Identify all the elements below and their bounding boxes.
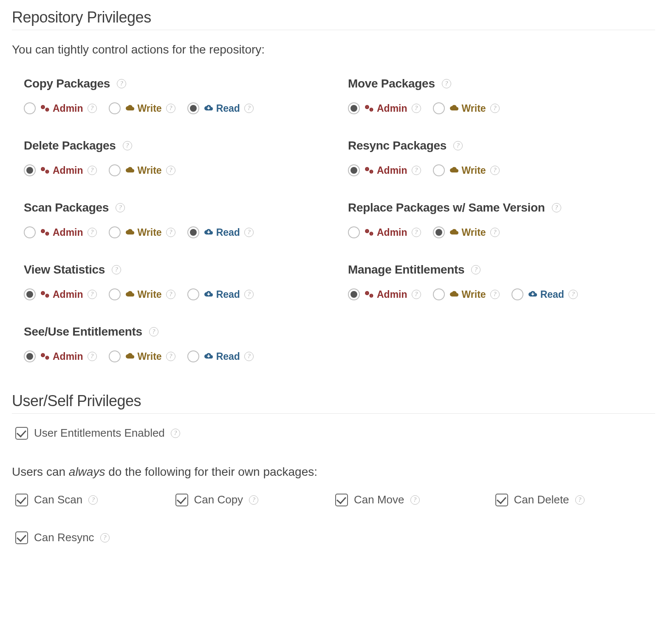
priv-option-write: Write? [433, 102, 500, 114]
can_move-checkbox[interactable] [335, 494, 348, 506]
help-icon[interactable]: ? [88, 495, 98, 505]
priv-block-replace: Replace Packages w/ Same Version?Admin?W… [348, 201, 655, 238]
help-icon[interactable]: ? [490, 104, 500, 113]
help-icon[interactable]: ? [123, 141, 132, 150]
radio-copy-admin[interactable] [24, 102, 36, 114]
opt-label-text: Admin [53, 165, 83, 176]
radio-delete-admin[interactable] [24, 164, 36, 176]
radio-manageent-admin[interactable] [348, 288, 360, 300]
help-icon[interactable]: ? [88, 228, 97, 237]
priv-option-write: Write? [109, 350, 175, 362]
can_scan-checkbox[interactable] [15, 494, 28, 506]
radio-viewstats-admin[interactable] [24, 288, 36, 300]
opt-label-text: Write [138, 227, 162, 238]
radio-replace-write[interactable] [433, 226, 445, 238]
help-icon[interactable]: ? [412, 166, 421, 175]
opt-label-text: Write [462, 289, 486, 300]
admin-icon [364, 166, 374, 175]
priv-title: View Statistics [24, 263, 105, 277]
help-icon[interactable]: ? [575, 495, 585, 505]
write-icon [125, 104, 135, 113]
radio-move-admin[interactable] [348, 102, 360, 114]
radio-resync-write[interactable] [433, 164, 445, 176]
radio-scan-write[interactable] [109, 226, 121, 238]
help-icon[interactable]: ? [88, 104, 97, 113]
help-icon[interactable]: ? [116, 203, 125, 212]
admin-icon [40, 352, 50, 361]
help-icon[interactable]: ? [149, 327, 158, 336]
help-icon[interactable]: ? [166, 166, 175, 175]
user-checks-grid: Can Scan?Can Copy?Can Move?Can Delete?Ca… [12, 493, 655, 548]
help-icon[interactable]: ? [568, 290, 578, 299]
help-icon[interactable]: ? [117, 79, 126, 88]
priv-options-row: Admin?Write?Read? [348, 288, 655, 300]
opt-label-read: Read [203, 351, 240, 362]
help-icon[interactable]: ? [249, 495, 258, 505]
radio-seeent-write[interactable] [109, 350, 121, 362]
help-icon[interactable]: ? [244, 104, 254, 113]
opt-label-admin: Admin [364, 103, 407, 114]
help-icon[interactable]: ? [100, 533, 110, 542]
help-icon[interactable]: ? [244, 290, 254, 299]
help-icon[interactable]: ? [412, 290, 421, 299]
radio-scan-admin[interactable] [24, 226, 36, 238]
radio-copy-write[interactable] [109, 102, 121, 114]
priv-option-admin: Admin? [348, 102, 421, 114]
help-icon[interactable]: ? [244, 228, 254, 237]
help-icon[interactable]: ? [410, 495, 420, 505]
help-icon[interactable]: ? [244, 352, 254, 361]
priv-option-write: Write? [109, 226, 175, 238]
help-icon[interactable]: ? [166, 290, 175, 299]
radio-resync-admin[interactable] [348, 164, 360, 176]
help-icon[interactable]: ? [471, 265, 480, 274]
help-icon[interactable]: ? [412, 228, 421, 237]
help-icon[interactable]: ? [453, 141, 463, 150]
opt-label-text: Write [462, 227, 486, 238]
opt-label-admin: Admin [40, 351, 83, 362]
admin-icon [40, 290, 50, 299]
priv-options-row: Admin?Write? [348, 102, 655, 114]
help-icon[interactable]: ? [88, 166, 97, 175]
priv-title: Replace Packages w/ Same Version [348, 201, 545, 215]
help-icon[interactable]: ? [166, 352, 175, 361]
priv-title-row: See/Use Entitlements? [24, 325, 331, 339]
help-icon[interactable]: ? [490, 290, 500, 299]
priv-option-write: Write? [433, 164, 500, 176]
radio-replace-admin[interactable] [348, 226, 360, 238]
radio-viewstats-write[interactable] [109, 288, 121, 300]
priv-title-row: Manage Entitlements? [348, 263, 655, 277]
radio-viewstats-read[interactable] [187, 288, 199, 300]
help-icon[interactable]: ? [166, 104, 175, 113]
can_delete-checkbox[interactable] [495, 494, 508, 506]
help-icon[interactable]: ? [552, 203, 561, 212]
radio-move-write[interactable] [433, 102, 445, 114]
opt-label-write: Write [125, 351, 162, 362]
opt-label-text: Write [138, 165, 162, 176]
help-icon[interactable]: ? [412, 104, 421, 113]
radio-delete-write[interactable] [109, 164, 121, 176]
opt-label-text: Write [462, 103, 486, 114]
radio-manageent-write[interactable] [433, 288, 445, 300]
opt-label-admin: Admin [40, 103, 83, 114]
can_copy-checkbox[interactable] [175, 494, 188, 506]
radio-seeent-read[interactable] [187, 350, 199, 362]
help-icon[interactable]: ? [490, 228, 500, 237]
user-check-can_move: Can Move? [335, 493, 495, 506]
priv-option-write: Write? [433, 288, 500, 300]
help-icon[interactable]: ? [112, 265, 121, 274]
user-entitlements-checkbox[interactable] [15, 427, 28, 440]
priv-block-seeent: See/Use Entitlements?Admin?Write?Read? [24, 325, 331, 362]
opt-label-text: Read [216, 289, 240, 300]
help-icon[interactable]: ? [442, 79, 451, 88]
help-icon[interactable]: ? [88, 290, 97, 299]
radio-seeent-admin[interactable] [24, 350, 36, 362]
admin-icon [40, 166, 50, 175]
radio-manageent-read[interactable] [512, 288, 523, 300]
help-icon[interactable]: ? [166, 228, 175, 237]
can_resync-checkbox[interactable] [15, 531, 28, 544]
radio-scan-read[interactable] [187, 226, 199, 238]
help-icon[interactable]: ? [88, 352, 97, 361]
help-icon[interactable]: ? [171, 429, 180, 438]
radio-copy-read[interactable] [187, 102, 199, 114]
help-icon[interactable]: ? [490, 166, 500, 175]
